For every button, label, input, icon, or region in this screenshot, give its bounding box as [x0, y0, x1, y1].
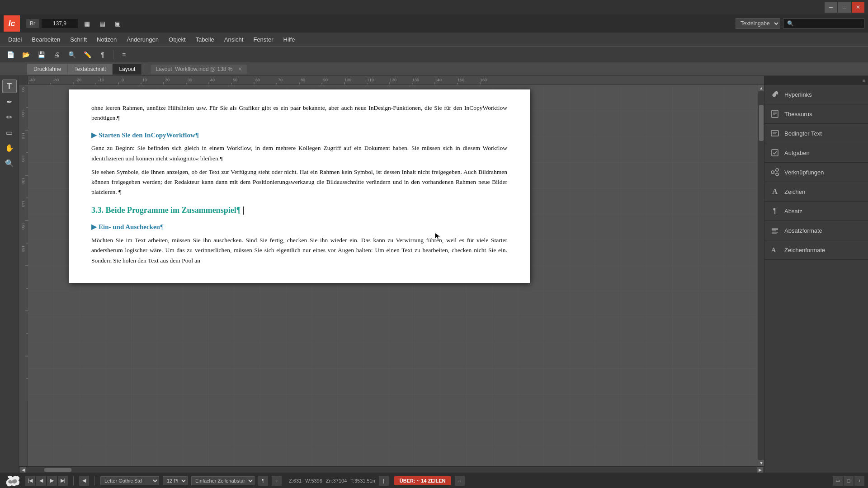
spell-btn[interactable]: ✏️	[80, 48, 94, 61]
close-button[interactable]: ✕	[852, 2, 864, 13]
pencil-tool-btn[interactable]: ✏	[2, 110, 17, 124]
doc-heading-checkout: ▶ Ein- und Auschecken¶	[91, 221, 507, 233]
para-btn[interactable]: ¶	[96, 48, 109, 61]
tab-druckfahne[interactable]: Druckfahne	[27, 64, 68, 75]
panel-collapse-btn[interactable]: ≡	[863, 78, 865, 83]
svg-text:130: 130	[21, 178, 25, 184]
align-btn[interactable]: ≡	[117, 48, 131, 61]
menu-fenster[interactable]: Fenster	[249, 34, 278, 45]
file-tab-close[interactable]: ✕	[238, 66, 242, 72]
svg-text:100: 100	[21, 110, 25, 117]
text-cursor-btn[interactable]: |	[379, 476, 389, 486]
menu-datei[interactable]: Datei	[4, 34, 26, 45]
scroll-thumb[interactable]	[759, 105, 764, 141]
menu-objekt[interactable]: Objekt	[164, 34, 190, 45]
menu-icon-btn[interactable]: ≡	[455, 476, 465, 486]
absatzformate-label: Absatzformate	[784, 227, 822, 234]
document-page[interactable]: ohne leeren Rahmen, unnütze Hilfslinien …	[69, 89, 530, 283]
svg-rect-71	[771, 131, 778, 136]
scroll-left-status-btn[interactable]: ◀	[79, 476, 89, 486]
menu-hilfe[interactable]: Hilfe	[279, 34, 300, 45]
panel-zeichenformate[interactable]: A Zeichenformate	[764, 240, 868, 260]
font-select[interactable]: Letter Gothic Std	[100, 476, 159, 485]
scroll-up-btn[interactable]: ▲	[758, 85, 764, 91]
svg-text:60: 60	[255, 78, 260, 82]
search-btn[interactable]: 🔍	[65, 48, 79, 61]
panel-hyperlinks[interactable]: Hyperlinks	[764, 85, 868, 104]
svg-text:120: 120	[21, 155, 25, 162]
menu-schrift[interactable]: Schrift	[66, 34, 91, 45]
layout-icon-btn1[interactable]: ▦	[80, 17, 93, 30]
text-tool-btn[interactable]: T	[2, 80, 17, 93]
scroll-down-btn[interactable]: ▼	[758, 460, 764, 466]
hscroll-track[interactable]	[26, 468, 757, 472]
svg-text:50: 50	[233, 78, 237, 82]
search-input[interactable]	[783, 19, 864, 28]
scroll-track[interactable]	[758, 91, 764, 460]
verknuepfungen-icon	[770, 167, 780, 177]
page-prev-btn[interactable]: ◀	[36, 476, 46, 486]
panel-bedingter-text[interactable]: Bedingter Text	[764, 124, 868, 143]
svg-text:100: 100	[344, 78, 351, 82]
menu-ansicht[interactable]: Ansicht	[220, 34, 248, 45]
menu-notizen[interactable]: Notizen	[92, 34, 121, 45]
tab-textabschnitt[interactable]: Textabschnitt	[68, 64, 113, 75]
bottom-scrollbar[interactable]: ◀ ▶	[19, 466, 764, 473]
over-label-btn[interactable]: ÜBER: ~ 14 ZEILEN	[394, 476, 451, 485]
panel-aufgaben[interactable]: Aufgaben	[764, 143, 868, 163]
zeichenformate-icon: A	[770, 245, 780, 255]
layout-icon-btn2[interactable]: ▤	[96, 17, 108, 30]
right-scrollbar[interactable]: ▲ ▼	[758, 85, 764, 466]
svg-text:130: 130	[412, 78, 419, 82]
layout-icon-btn3[interactable]: ▣	[111, 17, 124, 30]
normal-view-btn[interactable]: ▭	[833, 476, 843, 486]
ruler-left: 90 100 110 120 130 140 150 160	[19, 85, 28, 466]
align-icon-status[interactable]: ≡	[272, 476, 282, 486]
bedingter-text-icon	[770, 128, 780, 138]
frame-tool-btn[interactable]: ▭	[2, 126, 17, 139]
menu-aenderungen[interactable]: Änderungen	[122, 34, 163, 45]
thesaurus-label: Thesaurus	[784, 111, 812, 117]
ruler-marks: -40 -30 -20 -10 0 10 20 30 40 50 60 70 8…	[28, 76, 764, 84]
style-select[interactable]: Einfacher Zeilenabstand	[191, 476, 255, 485]
canvas-scroll-area[interactable]: 90 100 110 120 130 140 150 160	[19, 85, 764, 466]
open-btn[interactable]: 📂	[19, 48, 33, 61]
print-btn[interactable]: 🖨	[50, 48, 63, 61]
page-next-btn[interactable]: ▶	[47, 476, 57, 486]
tabbar: Druckfahne Textabschnitt Layout Layout_W…	[0, 62, 868, 76]
scroll-right-btn[interactable]: ▶	[757, 467, 763, 473]
preview-btn[interactable]: □	[844, 476, 854, 486]
para-icon-status[interactable]: ¶	[258, 476, 268, 486]
maximize-button[interactable]: □	[838, 2, 851, 13]
panel-absatz[interactable]: ¶ Absatz	[764, 202, 868, 221]
zoom-in-btn[interactable]: +	[854, 476, 864, 486]
panel-thesaurus[interactable]: Thesaurus	[764, 104, 868, 124]
svg-point-75	[771, 171, 774, 174]
absatzformate-icon	[770, 225, 780, 235]
minimize-button[interactable]: ─	[825, 2, 837, 13]
heading3-text: Ein- und Auschecken¶	[99, 221, 164, 233]
svg-text:70: 70	[278, 78, 283, 82]
new-doc-btn[interactable]: 📄	[4, 48, 17, 61]
size-select[interactable]: 12 Pt	[163, 476, 188, 485]
menu-tabelle[interactable]: Tabelle	[191, 34, 219, 45]
zoom-tool-btn[interactable]: 🔍	[2, 156, 17, 170]
page-last-btn[interactable]: ▶|	[58, 476, 68, 486]
panel-verknuepfungen[interactable]: Verknüpfungen	[764, 163, 868, 182]
save-btn[interactable]: 💾	[34, 48, 48, 61]
menu-bearbeiten[interactable]: Bearbeiten	[27, 34, 65, 45]
file-tab[interactable]: Layout_Workflow.indd @ 138 % ✕	[151, 65, 246, 74]
hscroll-thumb[interactable]	[44, 468, 71, 472]
pen-tool-btn[interactable]: ✒	[2, 95, 17, 108]
tab-layout[interactable]: Layout	[113, 64, 142, 75]
menubar: Datei Bearbeiten Schrift Notizen Änderun…	[0, 33, 868, 46]
panel-absatzformate[interactable]: Absatzformate	[764, 221, 868, 240]
heading1-arrow: ▶	[91, 130, 97, 141]
scroll-left-btn[interactable]: ◀	[20, 467, 26, 473]
aufgaben-label: Aufgaben	[784, 150, 810, 156]
mode-select[interactable]: Texteingabe	[736, 18, 780, 29]
bridge-button[interactable]: Br	[26, 19, 39, 28]
page-first-btn[interactable]: |◀	[25, 476, 35, 486]
panel-zeichen[interactable]: A Zeichen	[764, 182, 868, 202]
hand-tool-btn[interactable]: ✋	[2, 141, 17, 155]
